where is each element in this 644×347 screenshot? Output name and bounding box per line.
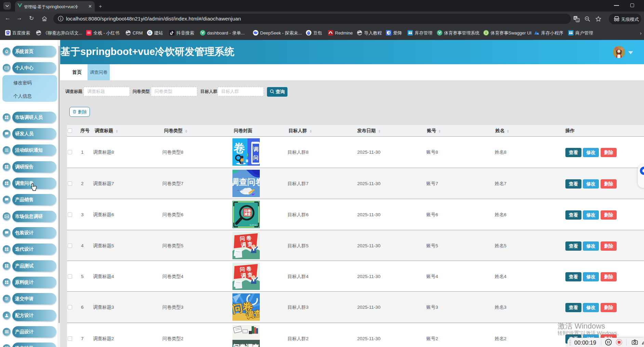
svg-text:调查: 调查 — [244, 212, 251, 216]
svg-text:G: G — [148, 31, 151, 35]
svg-text:问: 问 — [253, 155, 258, 161]
svg-text:问 卷: 问 卷 — [240, 265, 252, 272]
svg-text:问 卷: 问 卷 — [240, 235, 252, 241]
svg-text:du: du — [7, 33, 9, 35]
svg-text:SURVEY: SURVEY — [250, 224, 258, 226]
svg-text:文: 文 — [577, 19, 579, 22]
svg-text:调 查: 调 查 — [240, 241, 253, 248]
svg-text:问卷调查: 问卷调查 — [233, 344, 259, 347]
svg-text:卷: 卷 — [233, 141, 245, 154]
svg-text:调查问卷: 调查问卷 — [232, 177, 260, 186]
svg-text:调 查: 调 查 — [240, 272, 253, 278]
svg-text:调: 调 — [253, 146, 258, 152]
